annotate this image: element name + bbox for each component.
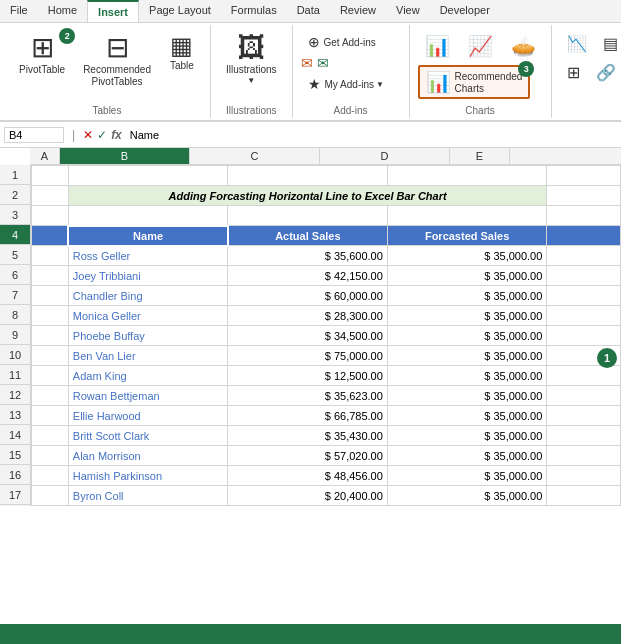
illustrations-button[interactable]: 🖼 Illustrations ▼ [219, 31, 284, 88]
row-header-13: 13 [0, 405, 30, 425]
pie-chart-button[interactable]: 🥧 [504, 31, 543, 61]
my-addins-label: My Add-ins [325, 79, 374, 91]
bar-chart-button[interactable]: 📊 [418, 31, 457, 61]
email2-icon: ✉ [317, 55, 329, 71]
table-row [32, 206, 621, 226]
col-header-b: B [60, 148, 190, 164]
pie-chart-icon: 🥧 [511, 34, 536, 58]
cell-reference-box[interactable] [4, 127, 64, 143]
spreadsheet: A B C D E 1 2 3 4 5 6 7 8 9 10 11 12 13 … [0, 148, 621, 506]
col-header-e: E [450, 148, 510, 164]
recommended-charts-button[interactable]: 📊 RecommendedCharts 3 [418, 65, 531, 99]
exceldemy-watermark: exceldemy [563, 611, 611, 622]
table-row: Monica Geller $ 28,300.00 $ 35,000.00 [32, 306, 621, 326]
tables-badge: 2 [59, 28, 75, 44]
formula-bar-separator: | [72, 128, 75, 142]
row-header-7: 7 [0, 285, 30, 305]
table-row: Ellie Harwood $ 66,785.00 $ 35,000.00 [32, 406, 621, 426]
spreadsheet-title: Adding Forcasting Horizontal Line to Exc… [68, 186, 547, 206]
ribbon-group-chart-controls: 📉 ▤ ⊞ 🔗 [552, 25, 621, 118]
illustrations-label: Illustrations [226, 64, 277, 76]
table-row: Hamish Parkinson $ 48,456.00 $ 35,000.00 [32, 466, 621, 486]
email-icon: ✉ [301, 55, 313, 71]
table-row: Adding Forcasting Horizontal Line to Exc… [32, 186, 621, 206]
chevron-down-icon: ▼ [247, 76, 255, 85]
table-row: Ben Van Lier $ 75,000.00 $ 35,000.00 [32, 346, 621, 366]
table-row: Byron Coll $ 20,400.00 $ 35,000.00 [32, 486, 621, 506]
table-row: Joey Tribbiani $ 42,150.00 $ 35,000.00 [32, 266, 621, 286]
row-header-2: 2 [0, 185, 30, 205]
sidebar-badge-1: 1 [597, 348, 617, 368]
charts-group-label: Charts [465, 103, 494, 116]
timeline-button[interactable]: ⊞ [560, 60, 587, 85]
slicer-button[interactable]: ▤ [596, 31, 621, 56]
tab-data[interactable]: Data [287, 0, 330, 22]
function-icon[interactable]: fx [111, 128, 122, 142]
col-header-c: C [190, 148, 320, 164]
recommended-pivot-label: RecommendedPivotTables [83, 64, 151, 88]
ribbon-group-illustrations: 🖼 Illustrations ▼ Illustrations [211, 25, 293, 118]
hyperlink-button[interactable]: 🔗 [589, 60, 621, 85]
illustrations-group-label: Illustrations [226, 103, 277, 116]
line-chart-button[interactable]: 📈 [461, 31, 500, 61]
slicer-icon: ▤ [603, 34, 618, 53]
tab-developer[interactable]: Developer [430, 0, 500, 22]
tab-home[interactable]: Home [38, 0, 87, 22]
table-icon: ▦ [170, 34, 193, 58]
formula-input[interactable] [126, 128, 617, 142]
table-button[interactable]: ▦ Table [162, 31, 202, 75]
tab-view[interactable]: View [386, 0, 430, 22]
sparkline-button[interactable]: 📉 [560, 31, 594, 56]
formula-bar: | ✕ ✓ fx [0, 122, 621, 148]
row-header-16: 16 [0, 465, 30, 485]
sparkline-icon: 📉 [567, 34, 587, 53]
row-header-9: 9 [0, 325, 30, 345]
pivot-table-button[interactable]: ⊞ PivotTable 2 [12, 31, 72, 79]
row-header-11: 11 [0, 365, 30, 385]
timeline-icon: ⊞ [567, 63, 580, 82]
addins-group-label: Add-ins [334, 103, 368, 116]
my-addins-button[interactable]: ★ My Add-ins ▼ [301, 73, 401, 95]
tab-page-layout[interactable]: Page Layout [139, 0, 221, 22]
hyperlink-icon: 🔗 [596, 63, 616, 82]
table-row: Chandler Bing $ 60,000.00 $ 35,000.00 [32, 286, 621, 306]
get-addins-button[interactable]: ⊕ Get Add-ins [301, 31, 401, 53]
status-bar: exceldemy [0, 624, 621, 644]
table-row: Adam King $ 12,500.00 $ 35,000.00 [32, 366, 621, 386]
row-header-8: 8 [0, 305, 30, 325]
row-headers: 1 2 3 4 5 6 7 8 9 10 11 12 13 14 15 16 1… [0, 165, 31, 506]
row-header-12: 12 [0, 385, 30, 405]
ribbon-group-addins: ⊕ Get Add-ins ✉ ✉ ★ My Add-ins ▼ Add-ins [293, 25, 410, 118]
table-row [32, 166, 621, 186]
bar-chart-icon: 📊 [425, 34, 450, 58]
table-row: Britt Scott Clark $ 35,430.00 $ 35,000.0… [32, 426, 621, 446]
row-header-6: 6 [0, 265, 30, 285]
row-header-15: 15 [0, 445, 30, 465]
table-label: Table [170, 60, 194, 72]
column-headers: A B C D E [30, 148, 621, 165]
recommended-pivot-button[interactable]: ⊟ RecommendedPivotTables [76, 31, 158, 91]
tab-review[interactable]: Review [330, 0, 386, 22]
ribbon-group-tables: ⊞ PivotTable 2 ⊟ RecommendedPivotTables … [4, 25, 211, 118]
grid[interactable]: Adding Forcasting Horizontal Line to Exc… [31, 165, 621, 506]
table-row: Phoebe Buffay $ 34,500.00 $ 35,000.00 [32, 326, 621, 346]
tab-file[interactable]: File [0, 0, 38, 22]
pivot-table-icon: ⊞ [31, 34, 54, 62]
tab-formulas[interactable]: Formulas [221, 0, 287, 22]
col-header-a: A [30, 148, 60, 164]
tab-insert[interactable]: Insert [87, 0, 139, 22]
col-header-d: D [320, 148, 450, 164]
recommended-charts-icon: 📊 [426, 70, 451, 94]
ribbon-group-charts: 📊 📈 🥧 📊 RecommendedCharts 3 Charts [410, 25, 552, 118]
get-addins-icon: ⊕ [308, 34, 320, 50]
line-chart-icon: 📈 [468, 34, 493, 58]
row-header-10: 10 [0, 345, 30, 365]
recommended-pivot-icon: ⊟ [106, 34, 129, 62]
row-header-3: 3 [0, 205, 30, 225]
illustrations-icon: 🖼 [237, 34, 265, 62]
table-row: Rowan Bettjeman $ 35,623.00 $ 35,000.00 [32, 386, 621, 406]
confirm-icon[interactable]: ✓ [97, 128, 107, 142]
cancel-icon[interactable]: ✕ [83, 128, 93, 142]
charts-badge: 3 [518, 61, 534, 77]
ribbon-content: ⊞ PivotTable 2 ⊟ RecommendedPivotTables … [0, 23, 621, 122]
